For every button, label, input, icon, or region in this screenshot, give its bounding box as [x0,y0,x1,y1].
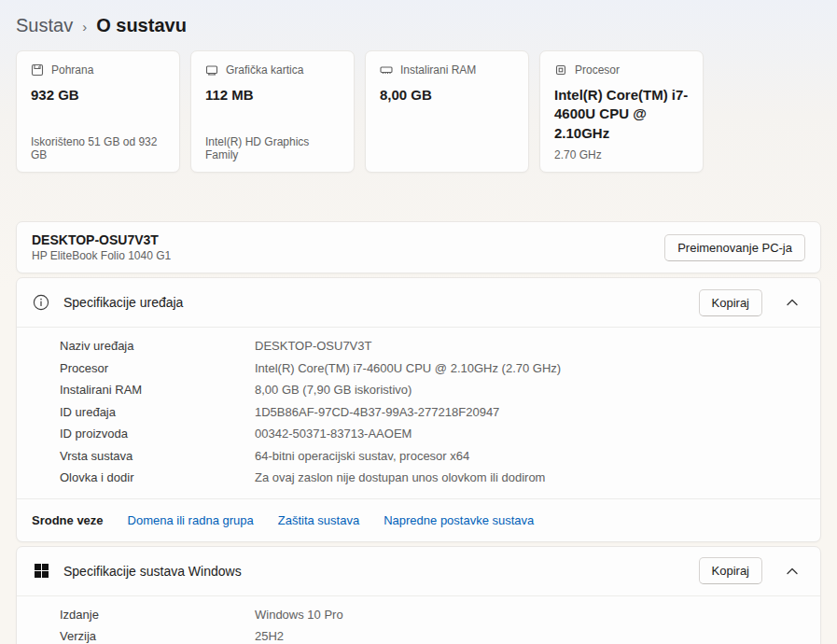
cpu-card-label: Procesor [575,63,620,77]
gpu-card[interactable]: Grafička kartica 112 MB Intel(R) HD Grap… [190,50,355,173]
storage-card-label: Pohrana [51,63,93,77]
ram-card-header: Instalirani RAM [380,63,514,77]
gpu-card-header: Grafička kartica [205,63,340,77]
copy-device-specs-button[interactable]: Kopiraj [699,289,762,316]
settings-about-page: Sustav › O sustavu Pohrana 932 GB Iskori… [0,0,837,644]
cpu-icon [554,63,567,77]
device-specs-body: Naziv uređaja DESKTOP-OSU7V3T Procesor I… [17,328,820,498]
device-name-card: DESKTOP-OSU7V3T HP EliteBook Folio 1040 … [16,221,821,273]
link-domain-workgroup[interactable]: Domena ili radna grupa [128,513,254,527]
spec-value: Windows 10 Pro [255,604,343,626]
collapse-windows-specs-button[interactable] [779,564,805,579]
copy-windows-specs-button[interactable]: Kopiraj [699,557,762,584]
spec-row-pen-touch: Olovka i dodir Za ovaj zaslon nije dostu… [60,467,805,489]
ram-card-label: Instalirani RAM [400,63,476,77]
device-specs-header[interactable]: Specifikacije uređaja Kopiraj [17,278,820,327]
rename-pc-button[interactable]: Preimenovanje PC-ja [664,234,805,261]
spec-row-device-name: Naziv uređaja DESKTOP-OSU7V3T [60,335,805,357]
gpu-card-footer: Intel(R) HD Graphics Family [205,135,340,161]
storage-card-header: Pohrana [31,63,165,77]
spec-label: Olovka i dodir [60,467,255,489]
spec-row-version: Verzija 25H2 [60,625,805,644]
storage-icon [31,63,44,77]
spec-row-product-id: ID proizvoda 00342-50371-83713-AAOEM [60,423,805,445]
stat-cards-row: Pohrana 932 GB Iskorišteno 51 GB od 932 … [16,50,821,173]
spec-value: 1D5B86AF-97CD-4B37-99A3-277218F20947 [255,401,499,424]
spec-value: DESKTOP-OSU7V3T [255,335,371,357]
windows-logo-icon [32,563,50,579]
device-specs-actions: Kopiraj [699,289,805,316]
gpu-icon [205,63,218,77]
storage-card[interactable]: Pohrana 932 GB Iskorišteno 51 GB od 932 … [16,50,180,173]
device-specs-card: Specifikacije uređaja Kopiraj Naziv uređ… [16,277,821,542]
chevron-up-icon [787,299,798,306]
windows-specs-header[interactable]: Specifikacije sustava Windows Kopiraj [17,547,820,595]
spec-label: Verzija [60,625,255,644]
spec-label: Naziv uređaja [60,335,255,357]
cpu-card[interactable]: Procesor Intel(R) Core(TM) i7-4600U CPU … [539,50,704,173]
device-model: HP EliteBook Folio 1040 G1 [32,249,171,262]
spec-value: 00342-50371-83713-AAOEM [255,423,412,445]
collapse-device-specs-button[interactable] [779,295,805,310]
spec-row-system-type: Vrsta sustava 64-bitni operacijski susta… [60,445,805,468]
spec-value: 64-bitni operacijski sustav, procesor x6… [255,445,469,468]
info-icon [32,294,50,311]
spec-label: ID uređaja [60,401,255,424]
breadcrumb: Sustav › O sustavu [16,9,821,41]
link-system-protection[interactable]: Zaštita sustava [278,513,359,527]
gpu-card-label: Grafička kartica [226,63,303,77]
windows-specs-card: Specifikacije sustava Windows Kopiraj Iz… [16,546,821,644]
storage-card-footer: Iskorišteno 51 GB od 932 GB [31,135,165,161]
windows-specs-body: Izdanje Windows 10 Pro Verzija 25H2 [17,596,820,644]
spec-row-edition: Izdanje Windows 10 Pro [60,604,805,626]
page-title: O sustavu [96,15,187,36]
ram-icon [380,63,393,77]
device-identity: DESKTOP-OSU7V3T HP EliteBook Folio 1040 … [32,232,171,262]
storage-card-value: 932 GB [31,86,165,105]
cpu-card-footer: 2.70 GHz [554,148,689,161]
spec-row-ram: Instalirani RAM 8,00 GB (7,90 GB iskoris… [60,379,805,401]
spec-value: Intel(R) Core(TM) i7-4600U CPU @ 2.10GHz… [255,357,561,380]
breadcrumb-system[interactable]: Sustav [16,15,73,36]
windows-specs-actions: Kopiraj [699,557,805,584]
device-specs-title: Specifikacije uređaja [63,295,183,310]
chevron-right-icon: › [82,17,87,35]
spec-value: 25H2 [255,625,284,644]
spec-label: Izdanje [60,604,255,626]
spec-label: Vrsta sustava [60,445,255,468]
spec-value: 8,00 GB (7,90 GB iskoristivo) [255,379,412,401]
spec-row-processor: Procesor Intel(R) Core(TM) i7-4600U CPU … [60,357,805,380]
ram-card-value: 8,00 GB [380,86,514,105]
related-links-label: Srodne veze [32,513,104,527]
spec-label: ID proizvoda [60,423,255,445]
gpu-card-value: 112 MB [205,86,340,105]
device-name: DESKTOP-OSU7V3T [32,232,171,247]
windows-specs-title: Specifikacije sustava Windows [63,564,242,579]
spec-label: Instalirani RAM [60,379,255,401]
spec-label: Procesor [60,357,255,380]
link-advanced-system-settings[interactable]: Napredne postavke sustava [384,513,534,527]
cpu-card-header: Procesor [554,63,689,77]
chevron-up-icon [787,567,798,575]
ram-card[interactable]: Instalirani RAM 8,00 GB [365,50,529,173]
spec-row-device-id: ID uređaja 1D5B86AF-97CD-4B37-99A3-27721… [60,401,805,424]
spec-value: Za ovaj zaslon nije dostupan unos olovko… [255,467,545,489]
related-links-row: Srodne veze Domena ili radna grupa Zašti… [17,499,820,541]
cpu-card-value: Intel(R) Core(TM) i7-4600U CPU @ 2.10GHz [554,86,689,143]
